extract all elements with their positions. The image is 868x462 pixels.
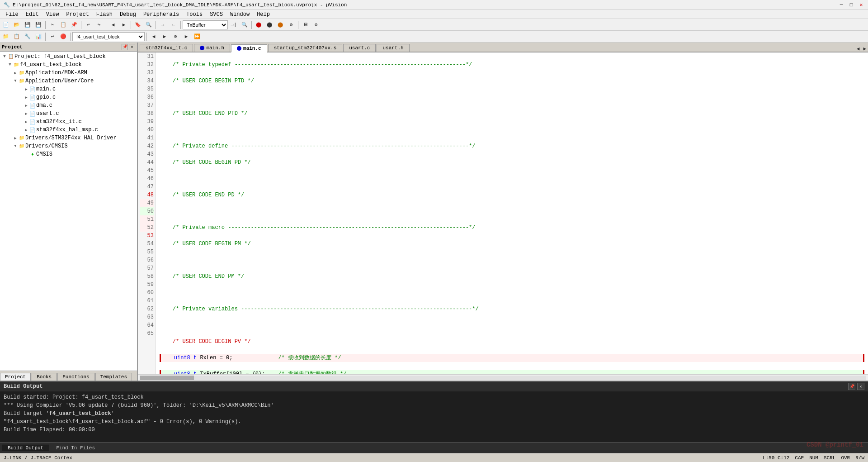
undo-btn[interactable]: ↩: [83, 20, 93, 30]
btab-build-output[interactable]: Build Output: [2, 444, 49, 452]
go-to-def-btn[interactable]: →|: [229, 20, 239, 30]
search-sym-btn[interactable]: 🔍: [240, 20, 250, 30]
build-btn[interactable]: ⬤: [254, 20, 264, 30]
symbol-dropdown[interactable]: TxBuffer: [183, 20, 228, 29]
expand-usart-c[interactable]: ▶: [24, 111, 29, 116]
tb2-btn2[interactable]: 📋: [12, 32, 22, 42]
paste-btn[interactable]: 📌: [69, 20, 79, 30]
tree-item-drivers-stm[interactable]: ▶ 📁 Drivers/STM32F4xx_HAL_Driver: [0, 134, 137, 142]
open-btn[interactable]: 📂: [12, 20, 22, 30]
expand-drivers-stm[interactable]: ▶: [13, 135, 18, 141]
save-btn[interactable]: 💾: [23, 20, 33, 30]
expand-root[interactable]: ▼: [2, 54, 7, 59]
expand-app-user[interactable]: ▼: [13, 78, 18, 84]
project-panel: Project 📌 ✕ ▼ 📋 Project: f4_usart_test_b…: [0, 43, 138, 381]
menu-item-peripherals[interactable]: Peripherals: [140, 10, 183, 19]
target-opts-btn[interactable]: ⚙: [286, 20, 296, 30]
tab-startup[interactable]: startup_stm32f407xx.s: [268, 44, 343, 52]
file-stm32-hal-icon: 📄: [29, 126, 36, 133]
ptab-books[interactable]: Books: [32, 373, 57, 381]
expand-stm32-it[interactable]: ▶: [24, 119, 29, 124]
tree-item-usart-c[interactable]: ▶ 📄 usart.c: [0, 110, 137, 118]
tab-nav-left[interactable]: ◀: [855, 46, 862, 52]
nav-back-btn[interactable]: ◀: [108, 20, 118, 30]
tb2-btn6[interactable]: 🔴: [58, 32, 68, 42]
debug-btn[interactable]: ⬤: [275, 20, 285, 30]
menu-item-svcs[interactable]: SVCS: [206, 10, 226, 19]
expand-app-mdk[interactable]: ▶: [13, 70, 18, 76]
expand-target[interactable]: ▼: [7, 62, 13, 67]
tree-item-main-c[interactable]: ▶ 📄 main.c: [0, 85, 137, 93]
tree-item-target[interactable]: ▼ 📁 f4_usart_test_block: [0, 61, 137, 69]
menu-item-view[interactable]: View: [42, 10, 63, 19]
project-pin-btn[interactable]: 📌: [122, 44, 128, 50]
expand-dma-c[interactable]: ▶: [24, 103, 29, 108]
menu-item-file[interactable]: File: [2, 10, 22, 19]
tree-item-stm32-hal[interactable]: ▶ 📄 stm32f4xx_hal_msp.c: [0, 126, 137, 134]
maximize-button[interactable]: □: [848, 2, 854, 8]
tb2-btn11[interactable]: ⏩: [192, 32, 202, 42]
menu-item-window[interactable]: Window: [226, 10, 253, 19]
nav-fwd-btn[interactable]: ▶: [119, 20, 129, 30]
tab-stm32-it[interactable]: stm32f4xx_it.c: [140, 44, 193, 52]
menu-item-project[interactable]: Project: [62, 10, 92, 19]
tb2-btn1[interactable]: 📁: [1, 32, 11, 42]
tree-item-root[interactable]: ▼ 📋 Project: f4_usart_test_block: [0, 52, 137, 61]
build-output-pin-btn[interactable]: 📌: [848, 383, 855, 390]
menu-item-edit[interactable]: Edit: [22, 10, 42, 19]
hscroll-track[interactable]: [140, 376, 866, 380]
menu-item-flash[interactable]: Flash: [93, 10, 116, 19]
code-content[interactable]: /* Private typedef ---------------------…: [156, 52, 868, 374]
project-close-btn[interactable]: ✕: [129, 44, 135, 50]
close-button[interactable]: ✕: [858, 2, 864, 8]
settings-btn[interactable]: ⚙: [311, 20, 321, 30]
expand-drivers-cmsis[interactable]: ▼: [13, 143, 18, 149]
menu-item-tools[interactable]: Tools: [183, 10, 206, 19]
stop-btn[interactable]: ⬤: [264, 20, 274, 30]
minimize-button[interactable]: ─: [838, 2, 844, 8]
tree-item-stm32-it[interactable]: ▶ 📄 stm32f4xx_it.c: [0, 118, 137, 126]
tree-item-gpio-c[interactable]: ▶ 📄 gpio.c: [0, 93, 137, 101]
tree-item-drivers-cmsis[interactable]: ▼ 📁 Drivers/CMSIS: [0, 142, 137, 150]
bookmark-btn[interactable]: 🔖: [133, 20, 143, 30]
tb2-btn3[interactable]: 🔧: [23, 32, 33, 42]
btab-find-in-files[interactable]: Find In Files: [50, 444, 101, 452]
cut-btn[interactable]: ✂: [47, 20, 57, 30]
find-btn[interactable]: 🔍: [144, 20, 154, 30]
tree-item-app-user[interactable]: ▼ 📁 Application/User/Core: [0, 77, 137, 85]
new-file-btn[interactable]: 📄: [1, 20, 11, 30]
tree-item-cmsis[interactable]: ♦ CMSIS: [0, 150, 137, 158]
indent-btn[interactable]: →: [158, 20, 168, 30]
ptab-templates[interactable]: Templates: [95, 373, 132, 381]
dbg-peri-btn[interactable]: 🖥: [300, 20, 310, 30]
menu-item-help[interactable]: Help: [253, 10, 274, 19]
build-output-close-btn[interactable]: ✕: [857, 383, 864, 390]
copy-btn[interactable]: 📋: [58, 20, 68, 30]
ptab-functions[interactable]: Functions: [57, 373, 94, 381]
tab-nav-right[interactable]: ▶: [861, 46, 868, 52]
redo-btn[interactable]: ↪: [94, 20, 104, 30]
tb2-btn5[interactable]: ↩: [47, 32, 57, 42]
tb2-btn4[interactable]: 📊: [33, 32, 43, 42]
code-container[interactable]: 31 32 33 34 35 36 37 38 39 40 41 42 43 4…: [138, 52, 868, 374]
tab-usart-h[interactable]: usart.h: [377, 44, 409, 52]
hscroll-thumb[interactable]: [140, 376, 194, 380]
save-all-btn[interactable]: 💾: [33, 20, 43, 30]
tree-item-app-mdk[interactable]: ▶ 📁 Application/MDK-ARM: [0, 69, 137, 77]
expand-main-c[interactable]: ▶: [24, 86, 29, 92]
outdent-btn[interactable]: ←: [169, 20, 179, 30]
hscrollbar[interactable]: [138, 374, 868, 381]
tab-usart-c[interactable]: usart.c: [343, 44, 376, 52]
tb2-btn9[interactable]: ⚙: [170, 32, 180, 42]
tb2-btn10[interactable]: ▶: [181, 32, 191, 42]
target-dropdown[interactable]: f4_usart_test_block: [72, 32, 145, 41]
expand-gpio-c[interactable]: ▶: [24, 95, 29, 100]
tab-main-c[interactable]: main.c: [231, 44, 267, 52]
ptab-project[interactable]: Project: [0, 373, 31, 381]
menu-item-debug[interactable]: Debug: [116, 10, 140, 19]
expand-stm32-hal[interactable]: ▶: [24, 127, 29, 133]
tb2-btn8[interactable]: ▶: [160, 32, 170, 42]
tree-item-dma-c[interactable]: ▶ 📄 dma.c: [0, 101, 137, 110]
tb2-btn7[interactable]: ◀: [149, 32, 159, 42]
tab-main-h[interactable]: main.h: [194, 44, 230, 52]
